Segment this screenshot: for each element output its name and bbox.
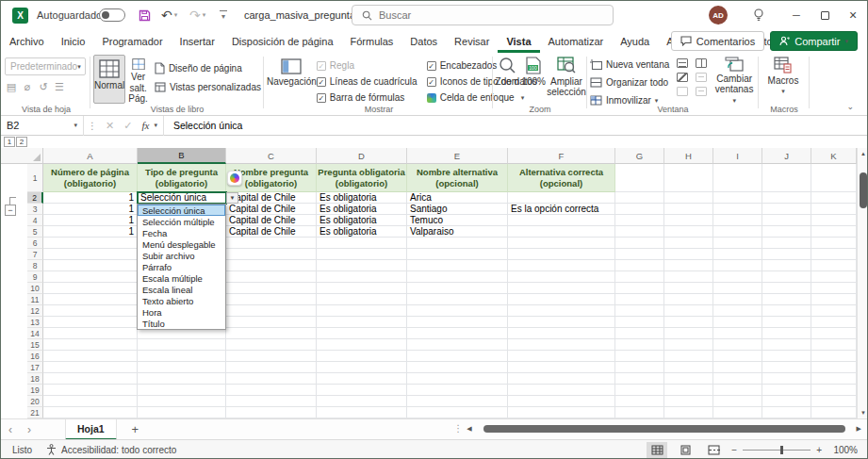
column-header-B[interactable]: B xyxy=(138,148,226,164)
cell-H13[interactable] xyxy=(664,317,713,328)
cell-F3[interactable]: Es la opción correcta xyxy=(508,204,615,215)
exit-sheet-view-icon[interactable]: ⌀ xyxy=(21,81,34,93)
cell-B18[interactable] xyxy=(138,373,226,385)
sheet-view-select[interactable]: Predeterminado▾ xyxy=(5,57,86,75)
row-header-18[interactable]: 18 xyxy=(27,373,43,385)
minimize-button[interactable]: ─ xyxy=(782,1,811,29)
formula-bar-expand-icon[interactable]: ▾ xyxy=(154,122,163,129)
cell-J13[interactable] xyxy=(762,317,811,328)
cell-J18[interactable] xyxy=(762,373,811,385)
cell-D4[interactable]: Es obligatoria xyxy=(317,215,407,226)
cell-D21[interactable] xyxy=(317,407,407,418)
cell-F20[interactable] xyxy=(508,396,615,407)
view-page-layout-button[interactable] xyxy=(675,442,696,458)
cell-K10[interactable] xyxy=(811,283,857,294)
row-header-16[interactable]: 16 xyxy=(27,351,43,362)
cell-D14[interactable] xyxy=(317,328,407,339)
redo-button[interactable]: ↷▾ xyxy=(189,1,205,29)
cell-I10[interactable] xyxy=(713,283,762,294)
row-header-21[interactable]: 21 xyxy=(27,407,43,418)
cell-I16[interactable] xyxy=(713,351,762,362)
cell-K3[interactable] xyxy=(811,204,857,215)
dropdown-item-selecci-n-nica[interactable]: Selección única xyxy=(138,205,225,216)
cell-K2[interactable] xyxy=(811,192,857,204)
cell-A15[interactable] xyxy=(43,339,138,351)
split-icon[interactable] xyxy=(677,58,688,68)
cell-A7[interactable] xyxy=(43,249,138,260)
cell-E15[interactable] xyxy=(407,339,508,351)
cell-A16[interactable] xyxy=(43,351,138,362)
column-header-C[interactable]: C xyxy=(226,148,317,164)
cell-J6[interactable] xyxy=(762,238,811,249)
cell-F2[interactable] xyxy=(508,192,615,204)
zoom-to-selection-button[interactable]: Ampliar selección xyxy=(548,53,585,97)
save-icon[interactable] xyxy=(139,1,151,29)
view-page-break-button[interactable] xyxy=(703,442,724,458)
cell-G18[interactable] xyxy=(615,373,664,385)
cell-I18[interactable] xyxy=(713,373,762,385)
cell-D19[interactable] xyxy=(317,385,407,396)
cell-A21[interactable] xyxy=(43,407,138,418)
cell-E14[interactable] xyxy=(407,328,508,339)
cell-G20[interactable] xyxy=(615,396,664,407)
cell-C19[interactable] xyxy=(226,385,317,396)
cell-G19[interactable] xyxy=(615,385,664,396)
row-header-5[interactable]: 5 xyxy=(27,226,43,238)
column-header-A[interactable]: A xyxy=(43,148,138,164)
column-header-K[interactable]: K xyxy=(811,148,857,164)
cell-G17[interactable] xyxy=(615,362,664,373)
cell-G13[interactable] xyxy=(615,317,664,328)
insert-function-icon[interactable]: fx xyxy=(137,120,154,131)
tab-vista[interactable]: Vista xyxy=(498,29,539,53)
cell-K12[interactable] xyxy=(811,305,857,317)
cell-C6[interactable] xyxy=(226,238,317,249)
cell-G1[interactable] xyxy=(615,164,664,192)
cell-G5[interactable] xyxy=(615,226,664,238)
cell-I1[interactable] xyxy=(713,164,762,192)
cell-I13[interactable] xyxy=(713,317,762,328)
cell-E19[interactable] xyxy=(407,385,508,396)
navigation-button[interactable]: Navegación xyxy=(267,55,317,104)
cell-I6[interactable] xyxy=(713,238,762,249)
cell-J20[interactable] xyxy=(762,396,811,407)
cell-J3[interactable] xyxy=(762,204,811,215)
dropdown-item-selecci-n-m-ltiple[interactable]: Selección múltiple xyxy=(138,216,225,227)
cell-J9[interactable] xyxy=(762,271,811,283)
undo-button[interactable]: ↶▾ xyxy=(161,1,177,29)
tab-revisar[interactable]: Revisar xyxy=(446,29,498,53)
cell-G2[interactable] xyxy=(615,192,664,204)
tab-f-rmulas[interactable]: Fórmulas xyxy=(342,29,402,53)
row-header-3[interactable]: 3 xyxy=(27,204,43,215)
cell-J10[interactable] xyxy=(762,283,811,294)
cell-H14[interactable] xyxy=(664,328,713,339)
cell-A2[interactable]: 1 xyxy=(43,192,138,204)
tab-programador[interactable]: Programador xyxy=(93,29,171,53)
row-header-1[interactable]: 1 xyxy=(27,164,43,192)
cell-E18[interactable] xyxy=(407,373,508,385)
cell-H11[interactable] xyxy=(664,294,713,305)
cell-K8[interactable] xyxy=(811,260,857,271)
row-header-4[interactable]: 4 xyxy=(27,215,43,226)
cell-I17[interactable] xyxy=(713,362,762,373)
cell-I7[interactable] xyxy=(713,249,762,260)
row-header-9[interactable]: 9 xyxy=(27,271,43,283)
next-sheet-icon[interactable]: › xyxy=(20,423,39,436)
cell-D6[interactable] xyxy=(317,238,407,249)
cell-K15[interactable] xyxy=(811,339,857,351)
cell-C2[interactable]: Capital de Chile xyxy=(226,192,317,204)
cell-G16[interactable] xyxy=(615,351,664,362)
scroll-right-icon[interactable]: ▶ xyxy=(857,425,861,433)
tab-archivo[interactable]: Archivo xyxy=(1,29,53,53)
cell-E8[interactable] xyxy=(407,260,508,271)
add-sheet-button[interactable]: + xyxy=(132,422,139,436)
tab-insertar[interactable]: Insertar xyxy=(172,29,223,53)
cell-I5[interactable] xyxy=(713,226,762,238)
view-normal-button[interactable] xyxy=(647,442,667,458)
lightbulb-icon[interactable] xyxy=(745,1,773,29)
outline-collapse-button[interactable]: − xyxy=(5,205,16,216)
cell-H15[interactable] xyxy=(664,339,713,351)
show-option-regla[interactable]: ✓Regla xyxy=(317,57,418,74)
cell-F5[interactable] xyxy=(508,226,615,238)
restore-button[interactable] xyxy=(811,1,839,29)
view-side-by-side-icon[interactable] xyxy=(696,58,707,68)
